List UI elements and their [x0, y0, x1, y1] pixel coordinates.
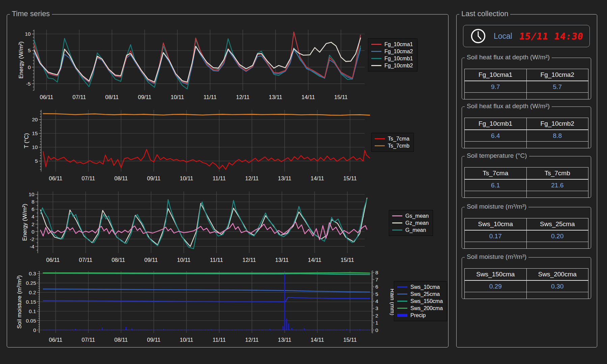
svg-text:5: 5 [375, 291, 378, 297]
svg-text:8: 8 [31, 199, 34, 205]
svg-text:11/11: 11/11 [210, 257, 223, 263]
legend-item: Fg_10cmb1 [371, 55, 413, 62]
svg-text:12/11: 12/11 [245, 337, 259, 343]
svg-text:0.3: 0.3 [29, 271, 36, 276]
svg-text:0: 0 [31, 229, 34, 235]
legend-label: Gs_mean [405, 213, 429, 219]
svg-text:10: 10 [25, 31, 31, 37]
column-header: Ts_7cmb [526, 168, 588, 180]
chart-2: 06/1107/1108/1109/1110/1111/1112/1113/11… [22, 191, 367, 263]
sensor-value: 6.1 [465, 179, 527, 191]
legend-item: Gs_mean [392, 212, 429, 219]
svg-text:14/11: 14/11 [311, 337, 324, 343]
legend-label: Sws_150cma [410, 298, 443, 304]
legend-label: G_mean [405, 227, 426, 233]
svg-text:4: 4 [31, 214, 34, 219]
svg-text:08/11: 08/11 [105, 94, 119, 100]
chart-3: 06/1107/1108/1109/1110/1111/1112/1113/11… [16, 270, 396, 343]
empty-cell [465, 93, 527, 99]
sensor-table: Sws_10cma Sws_25cma 0.17 0.20 [464, 218, 588, 249]
sensor-value: 6.4 [465, 130, 527, 142]
sensor-value: 0.30 [526, 280, 588, 292]
svg-text:06/11: 06/11 [46, 257, 60, 263]
legend-label: Ts_7cma [388, 136, 409, 142]
legend-item: Fg_10cma2 [371, 48, 413, 55]
sensor-table: Fg_10cmb1 Fg_10cmb2 6.4 8.8 [464, 118, 588, 148]
svg-text:Soil moisture (m³/m³): Soil moisture (m³/m³) [16, 275, 23, 329]
svg-text:15/11: 15/11 [341, 257, 354, 263]
sensor-card-soil-temperature: Soil temperature (°C) Ts_7cma Ts_7cmb 6.… [462, 156, 591, 198]
svg-text:06/11: 06/11 [49, 175, 62, 181]
sensor-card-title: Soil moisture (m³/m³) [465, 203, 528, 210]
legend-swatch [371, 65, 381, 66]
column-header: Sws_200cma [526, 269, 588, 281]
svg-text:08/11: 08/11 [112, 257, 125, 263]
svg-text:15/11: 15/11 [334, 94, 348, 100]
svg-text:14/11: 14/11 [301, 94, 315, 100]
svg-text:0.2: 0.2 [29, 290, 36, 295]
sensor-table: Fg_10cma1 Fg_10cma2 9.7 5.7 [464, 69, 588, 99]
legend-item: Sws_25cma [397, 291, 443, 298]
column-header: Ts_7cma [465, 168, 527, 180]
svg-text:07/11: 07/11 [79, 257, 92, 263]
column-header: Sws_10cma [465, 218, 527, 231]
legend-item: Fg_10cmb2 [371, 62, 413, 69]
svg-text:14/11: 14/11 [311, 175, 324, 181]
legend-swatch [392, 222, 402, 223]
sensor-value: 9.7 [465, 81, 527, 93]
svg-text:07/11: 07/11 [73, 94, 86, 100]
legend-label: Precip [410, 312, 426, 318]
empty-cell [465, 242, 527, 249]
svg-text:12/11: 12/11 [242, 257, 256, 263]
sensor-card-title: Soil heat flux at depth (W/m²) [465, 102, 552, 110]
svg-text:15/11: 15/11 [343, 175, 357, 181]
legend-chart-1: Ts_7cmaTs_7cmb [371, 133, 414, 152]
legend-swatch [392, 230, 402, 231]
sensor-table: Sws_150cma Sws_200cma 0.29 0.30 [464, 268, 588, 299]
legend-chart-2: Gs_meanGz_meanG_mean [389, 210, 433, 236]
column-header: Fg_10cmb2 [526, 118, 588, 130]
svg-text:11/11: 11/11 [213, 175, 226, 181]
legend-chart-3: Sws_10cmaSws_25cmaSws_150cmaSws_200cmaPr… [394, 281, 447, 321]
svg-text:6: 6 [31, 206, 34, 212]
legend-swatch [371, 58, 381, 59]
svg-text:20: 20 [32, 117, 38, 122]
legend-item: Precip [397, 312, 443, 319]
svg-text:10/11: 10/11 [180, 175, 193, 181]
svg-text:14/11: 14/11 [308, 257, 321, 263]
legend-item: Sws_150cma [397, 298, 443, 305]
legend-label: Sws_200cma [410, 305, 443, 311]
svg-text:2: 2 [31, 221, 34, 227]
svg-text:0.25: 0.25 [26, 280, 36, 286]
svg-text:06/11: 06/11 [40, 94, 53, 100]
svg-text:0.1: 0.1 [29, 308, 36, 314]
legend-swatch [397, 286, 407, 287]
svg-text:13/11: 13/11 [269, 94, 282, 100]
sensor-value: 21.6 [526, 179, 588, 191]
sensor-value: 0.29 [465, 280, 527, 292]
sensor-card-heat-flux-a: Soil heat flux at depth (W/m²) Fg_10cma1… [462, 58, 591, 99]
column-header: Sws_25cma [526, 218, 588, 231]
svg-text:0: 0 [375, 327, 378, 333]
svg-text:1: 1 [375, 320, 378, 326]
svg-text:Energy (W/m²): Energy (W/m²) [22, 204, 28, 241]
svg-text:-5: -5 [26, 81, 31, 87]
svg-text:08/11: 08/11 [114, 337, 128, 343]
chart-0: 06/1107/1108/1109/1110/1111/1112/1113/11… [18, 30, 365, 100]
svg-text:7: 7 [375, 277, 378, 282]
legend-swatch [397, 314, 407, 317]
last-collection-datetime: 15/11 14:30 [518, 25, 585, 47]
legend-swatch [375, 145, 385, 146]
legend-label: Sws_25cma [410, 291, 440, 297]
svg-text:11/11: 11/11 [204, 94, 217, 100]
svg-text:13/11: 13/11 [278, 175, 291, 181]
svg-text:4: 4 [375, 298, 378, 304]
svg-text:06/11: 06/11 [49, 337, 62, 343]
legend-swatch [397, 294, 407, 295]
svg-text:0: 0 [33, 327, 36, 333]
svg-text:13/11: 13/11 [275, 257, 289, 263]
svg-text:8: 8 [375, 270, 378, 275]
svg-text:6: 6 [375, 284, 378, 290]
sensor-card-heat-flux-b: Soil heat flux at depth (W/m²) Fg_10cmb1… [462, 107, 591, 148]
legend-item: Ts_7cmb [375, 142, 409, 149]
